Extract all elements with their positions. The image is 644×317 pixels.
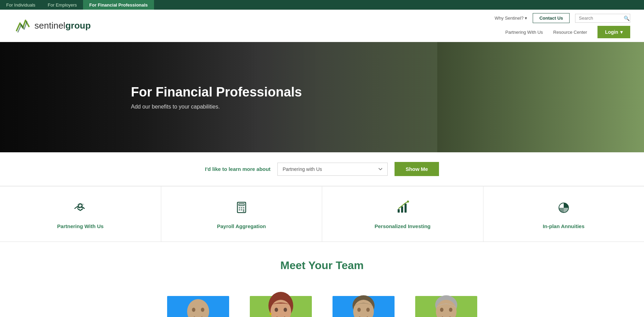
svg-point-16 [187,299,209,317]
svg-point-31 [357,308,361,312]
filter-label: I'd like to learn more about [205,166,270,172]
svg-rect-9 [243,209,244,212]
main-header: sentinelgroup Why Sentinel? ▾ Contact Us… [0,10,644,42]
svg-point-13 [407,201,409,203]
partnering-with-us-label: Partnering With Us [57,223,104,229]
why-sentinel-link[interactable]: Why Sentinel? ▾ [495,16,528,21]
person-silhouette-1 [174,289,222,317]
svg-point-18 [192,308,195,312]
logo[interactable]: sentinelgroup [14,17,91,35]
svg-rect-4 [239,207,240,208]
team-member-4[interactable] [408,286,484,317]
team-member-1[interactable] [160,286,236,317]
header-top-right: Why Sentinel? ▾ Contact Us 🔍 [495,13,630,23]
team-photo-2 [250,286,312,317]
hero-title: For Financial Professionals [131,85,302,100]
team-member-3[interactable] [326,286,401,317]
team-photo-placeholder-1 [171,286,226,317]
chevron-down-icon: ▾ [620,29,623,35]
svg-rect-7 [239,209,240,211]
svg-rect-10 [398,209,400,213]
svg-rect-2 [239,204,244,206]
svg-point-19 [201,308,204,312]
svg-point-24 [275,308,278,312]
for-individuals-tab[interactable]: For Individuals [0,0,42,10]
team-cards-container [14,286,630,317]
svg-point-32 [366,308,370,312]
filter-bar: I'd like to learn more about Partnering … [0,152,644,186]
partnering-with-us-card[interactable]: Partnering With Us [0,186,161,242]
logo-bold: group [65,20,91,31]
partnering-with-us-link[interactable]: Partnering With Us [505,30,543,35]
in-plan-annuities-card[interactable]: In-plan Annuities [483,186,644,242]
team-member-2[interactable] [243,286,319,317]
person-silhouette-3 [339,289,388,317]
top-navigation-bar: For Individuals For Employers For Financ… [0,0,644,10]
in-plan-annuities-label: In-plan Annuities [543,223,584,229]
svg-rect-12 [405,204,407,213]
team-photo-3 [333,286,395,317]
hero-content: For Financial Professionals Add our bene… [0,85,302,110]
for-employers-tab[interactable]: For Employers [42,0,83,10]
search-input[interactable] [579,16,624,21]
payroll-aggregation-card[interactable]: Payroll Aggregation [161,186,323,242]
hero-subtitle: Add our benefits to your capabilities. [131,104,302,110]
payroll-aggregation-label: Payroll Aggregation [217,223,266,229]
svg-rect-8 [241,209,242,211]
svg-rect-5 [241,207,242,208]
filter-dropdown[interactable]: Partnering with Us Payroll Aggregation P… [277,163,388,176]
header-right: Why Sentinel? ▾ Contact Us 🔍 Partnering … [495,13,630,38]
search-icon[interactable]: 🔍 [624,16,630,21]
header-bottom-right: Partnering With Us Resource Center Login… [505,26,630,38]
meet-team-section: Meet Your Team [0,242,644,317]
team-photo-placeholder-4 [419,286,474,317]
svg-rect-6 [243,207,244,208]
sentinel-logo-icon [14,17,32,35]
person-silhouette-4 [422,289,470,317]
svg-point-38 [449,308,452,312]
pie-chart-icon [555,199,572,218]
team-photo-4 [415,286,477,317]
calculator-icon [233,199,250,218]
chart-bar-icon [394,199,411,218]
team-photo-placeholder-3 [336,286,391,317]
team-photo-1 [167,286,229,317]
svg-point-37 [440,308,443,312]
logo-text: sentinelgroup [34,20,91,31]
personalized-investing-card[interactable]: Personalized Investing [322,186,483,242]
login-button[interactable]: Login ▾ [597,26,630,38]
person-silhouette-2 [257,289,305,317]
handshake-icon [72,199,89,218]
chevron-down-icon: ▾ [525,16,527,21]
meet-team-title: Meet Your Team [14,259,630,272]
svg-point-25 [284,308,287,312]
team-photo-placeholder-2 [253,286,308,317]
cards-section: Partnering With Us Payroll Aggregation [0,186,644,242]
show-me-button[interactable]: Show Me [395,162,439,176]
contact-us-button[interactable]: Contact Us [533,13,570,23]
svg-rect-11 [401,206,403,213]
personalized-investing-label: Personalized Investing [375,223,431,229]
svg-point-26 [269,313,272,315]
for-financial-professionals-tab[interactable]: For Financial Professionals [83,0,154,10]
resource-center-link[interactable]: Resource Center [553,30,587,35]
hero-section: For Financial Professionals Add our bene… [0,42,644,152]
search-area[interactable]: 🔍 [575,14,630,23]
